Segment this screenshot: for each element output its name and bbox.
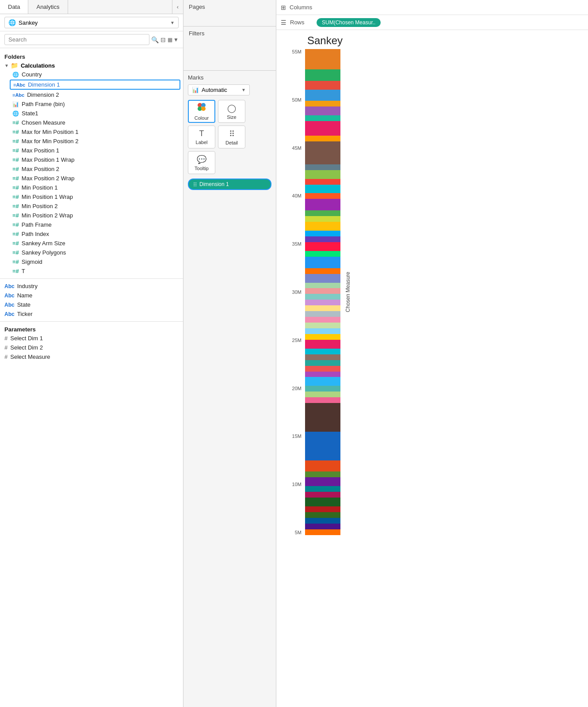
- label-button[interactable]: T Label: [188, 125, 215, 148]
- field-state[interactable]: Abc State: [0, 300, 183, 309]
- param-name-dim1: Select Dim 1: [10, 335, 43, 342]
- bar-segment-42: [305, 377, 340, 386]
- param-select-dim2[interactable]: # Select Dim 2: [0, 343, 183, 352]
- field-max-min-1[interactable]: ≡# Max for Min Position 1: [0, 127, 183, 137]
- param-hash-icon-2: #: [4, 344, 8, 351]
- chart-body: 55M50M45M40M35M30M25M20M15M10M5M Chosen …: [285, 49, 579, 535]
- folders-header: Folders: [0, 52, 183, 61]
- marks-type-selector[interactable]: 📊 Automatic ▼: [188, 84, 250, 95]
- field-name-chosen-measure: Chosen Measure: [22, 119, 65, 126]
- marks-type-label: Automatic: [202, 87, 227, 93]
- size-button[interactable]: ◯ Size: [218, 100, 245, 123]
- marks-type-icon: 📊: [192, 87, 199, 93]
- bar-segment-45: [305, 397, 340, 403]
- field-pathframe-bin[interactable]: 📊 Path Frame (bin): [0, 99, 183, 109]
- abc-icon-name: Abc: [4, 293, 15, 299]
- y-axis-tick: 40M: [285, 193, 302, 198]
- bar-segment-49: [305, 471, 340, 477]
- view-dropdown-icon[interactable]: ▼: [173, 37, 179, 43]
- field-name-max-pos-2-wrap: Max Position 2 Wrap: [22, 175, 75, 182]
- calculations-folder[interactable]: ▼ 📁 Calculations: [0, 61, 183, 70]
- filter-icon[interactable]: ⊟: [160, 36, 166, 43]
- rows-pill[interactable]: SUM(Chosen Measur..: [317, 18, 381, 27]
- bar-segment-38: [305, 354, 340, 360]
- pages-section: Pages: [183, 0, 276, 27]
- bar-segment-16: [305, 210, 340, 216]
- field-max-pos-1-wrap[interactable]: ≡# Max Position 1 Wrap: [0, 155, 183, 164]
- field-min-pos-2[interactable]: ≡# Min Position 2: [0, 201, 183, 211]
- field-name-max-min-2: Max for Min Position 2: [22, 138, 79, 144]
- bar-segment-39: [305, 360, 340, 366]
- field-min-pos-2-wrap[interactable]: ≡# Min Position 2 Wrap: [0, 211, 183, 220]
- bar-container: Chosen Measure: [305, 49, 579, 535]
- panel-collapse-button[interactable]: ‹: [172, 0, 183, 14]
- detail-button[interactable]: ⠿ Detail: [218, 125, 245, 148]
- field-min-pos-1[interactable]: ≡# Min Position 1: [0, 183, 183, 192]
- y-axis-label: Chosen Measure: [345, 272, 351, 312]
- field-sankey-polygons[interactable]: ≡# Sankey Polygons: [0, 248, 183, 257]
- field-path-frame[interactable]: ≡# Path Frame: [0, 220, 183, 229]
- grid-view-icon[interactable]: ▦: [168, 37, 172, 43]
- field-sigmoid[interactable]: ≡# Sigmoid: [0, 257, 183, 266]
- hash-icon-14: ≡#: [12, 240, 19, 247]
- field-min-pos-1-wrap[interactable]: ≡# Min Position 1 Wrap: [0, 192, 183, 201]
- abc-icon-dim2: ≡Abc: [12, 92, 24, 98]
- tab-data[interactable]: Data: [0, 0, 28, 14]
- field-max-min-2[interactable]: ≡# Max for Min Position 2: [0, 137, 183, 146]
- field-dimension1[interactable]: ≡Abc Dimension 1: [10, 80, 180, 90]
- bar-segment-33: [305, 323, 340, 328]
- y-axis-tick: 20M: [285, 386, 302, 391]
- hash-icon-10: ≡#: [12, 203, 19, 209]
- bar-segment-51: [305, 486, 340, 492]
- hash-icon-3: ≡#: [12, 138, 19, 144]
- field-ticker[interactable]: Abc Ticker: [0, 309, 183, 319]
- fields-list: Folders ▼ 📁 Calculations 🌐 Country ≡Abc …: [0, 48, 183, 707]
- param-select-dim1[interactable]: # Select Dim 1: [0, 334, 183, 343]
- y-axis-tick: 15M: [285, 433, 302, 439]
- hash-icon-8: ≡#: [12, 184, 19, 191]
- colour-dots-icon: [197, 102, 206, 114]
- middle-panel: Pages Filters Marks 📊 Automatic ▼ Colour…: [183, 0, 276, 707]
- search-row: 🔍 ⊟ ▦ ▼: [0, 31, 183, 48]
- y-axis-tick: 5M: [285, 530, 302, 535]
- field-industry[interactable]: Abc Industry: [0, 281, 183, 291]
- field-sankey-arm[interactable]: ≡# Sankey Arm Size: [0, 239, 183, 248]
- bar-segment-6: [305, 115, 340, 121]
- search-input[interactable]: [4, 34, 149, 45]
- field-chosen-measure[interactable]: ≡# Chosen Measure: [0, 118, 183, 127]
- field-name-t: T: [22, 268, 25, 274]
- stacked-bar: [305, 49, 340, 535]
- colour-button[interactable]: Colour: [188, 100, 215, 123]
- bar-segment-23: [305, 257, 340, 268]
- field-max-pos-2-wrap[interactable]: ≡# Max Position 2 Wrap: [0, 174, 183, 183]
- field-path-index[interactable]: ≡# Path Index: [0, 229, 183, 239]
- bar-segment-26: [305, 283, 340, 289]
- field-dimension2[interactable]: ≡Abc Dimension 2: [0, 90, 183, 99]
- field-name-state1: State1: [22, 110, 38, 117]
- tab-analytics[interactable]: Analytics: [28, 0, 68, 14]
- hash-icon-5: ≡#: [12, 156, 19, 163]
- bar-segment-15: [305, 199, 340, 210]
- dimension1-colour-pill[interactable]: ⁝⁝ Dimension 1: [188, 179, 271, 190]
- bar-segment-11: [305, 170, 340, 179]
- tooltip-icon: 💬: [197, 155, 206, 164]
- search-icon[interactable]: 🔍: [151, 36, 159, 43]
- y-axis-tick: 30M: [285, 289, 302, 295]
- right-panel: ⊞ Columns ☰ Rows SUM(Chosen Measur.. San…: [276, 0, 588, 707]
- field-name[interactable]: Abc Name: [0, 291, 183, 300]
- bar-segment-8: [305, 136, 340, 141]
- param-select-measure[interactable]: # Select Measure: [0, 352, 183, 361]
- field-max-pos-2[interactable]: ≡# Max Position 2: [0, 164, 183, 174]
- tooltip-button[interactable]: 💬 Tooltip: [188, 151, 215, 174]
- bar-segment-1: [305, 69, 340, 81]
- field-max-pos-1[interactable]: ≡# Max Position 1: [0, 146, 183, 155]
- field-country[interactable]: 🌐 Country: [0, 70, 183, 79]
- marks-section: Marks 📊 Automatic ▼ Colour ◯ Size T Lab: [183, 71, 276, 194]
- field-t[interactable]: ≡# T: [0, 266, 183, 276]
- rows-label: Rows: [290, 19, 317, 26]
- field-name-dim2: Dimension 2: [27, 91, 59, 98]
- datasource-selector[interactable]: 🌐 Sankey ▼: [4, 17, 179, 28]
- bar-segment-31: [305, 311, 340, 317]
- pill-dots-icon: ⁝⁝: [193, 181, 197, 188]
- field-state1[interactable]: 🌐 State1: [0, 109, 183, 118]
